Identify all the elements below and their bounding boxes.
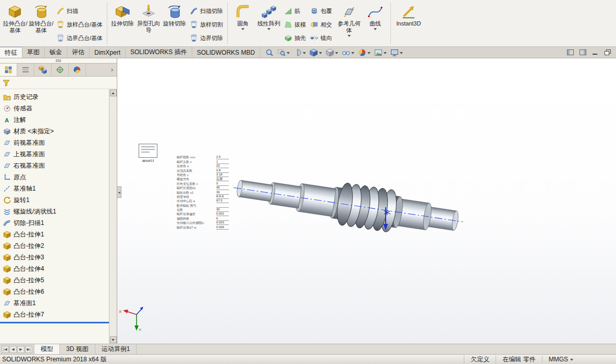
dropdown-caret-icon[interactable] bbox=[303, 52, 306, 54]
dropdown-caret-icon[interactable] bbox=[348, 35, 351, 37]
tree-item-boss-extrude2[interactable]: 凸台-拉伸2 bbox=[0, 240, 109, 252]
tree-item-axis1[interactable]: 基准轴1 bbox=[0, 183, 109, 194]
tree-scrollbar[interactable] bbox=[109, 89, 117, 344]
view-orientation-button[interactable] bbox=[310, 48, 322, 57]
edit-appearance-button[interactable] bbox=[358, 48, 371, 57]
dropdown-caret-icon[interactable] bbox=[367, 52, 371, 54]
tree-item-plane1[interactable]: 基准面1 bbox=[0, 297, 109, 309]
next-tab-button[interactable]: ▶ bbox=[17, 346, 24, 353]
tree-item-boss-extrude3[interactable]: 凸台-拉伸3 bbox=[0, 252, 109, 263]
dropdown-caret-icon[interactable] bbox=[384, 52, 387, 54]
tree-item-annotations[interactable]: 注解 bbox=[0, 114, 109, 125]
scroll-up-button[interactable] bbox=[110, 90, 117, 96]
tree-item-helix1[interactable]: 螺旋线/涡状线1 bbox=[0, 206, 109, 217]
tree-item-top-plane[interactable]: 上视基准面 bbox=[0, 148, 109, 160]
minimize-button[interactable] bbox=[591, 49, 599, 56]
tree-item-boss-extrude6[interactable]: 凸台-拉伸6 bbox=[0, 286, 109, 297]
hole-wizard-button[interactable]: 异型孔向导 bbox=[135, 1, 162, 34]
tab-evaluate[interactable]: 评估 bbox=[67, 47, 90, 58]
tree-item-cut-sweep1[interactable]: 切除-扫描1 bbox=[0, 217, 109, 229]
tab-dimxpert[interactable]: DimXpert bbox=[90, 47, 126, 58]
rib-button[interactable]: 筋 bbox=[282, 4, 308, 18]
wrap-button[interactable]: 包覆 bbox=[308, 4, 334, 18]
zoom-to-area-button[interactable] bbox=[277, 48, 290, 57]
last-tab-button[interactable]: ▶| bbox=[25, 346, 32, 353]
sweep-cut-button[interactable]: 扫描切除 bbox=[188, 4, 225, 18]
mirror-button[interactable]: 镜向 bbox=[308, 31, 334, 45]
3d-views-tab[interactable]: 3D 视图 bbox=[60, 344, 95, 354]
tab-sheet-metal[interactable]: 钣金 bbox=[45, 47, 67, 58]
dropdown-caret-icon[interactable] bbox=[287, 52, 290, 54]
section-view-button[interactable] bbox=[293, 48, 306, 57]
propertymanager-tab[interactable] bbox=[17, 64, 34, 76]
units-selector[interactable]: MMGS bbox=[542, 356, 580, 363]
configurationmanager-tab[interactable] bbox=[34, 64, 52, 76]
tree-item-boss-extrude4[interactable]: 凸台-拉伸4 bbox=[0, 263, 109, 274]
dropdown-caret-icon[interactable] bbox=[241, 28, 244, 30]
curves-button[interactable]: 曲线 bbox=[362, 1, 388, 30]
motion-study-tab[interactable]: 运动算例1 bbox=[95, 344, 137, 354]
loft-boss-button[interactable]: 放样凸台/基体 bbox=[54, 18, 105, 31]
zoom-fit-button[interactable] bbox=[265, 48, 274, 57]
prev-tab-button[interactable]: ◀ bbox=[9, 346, 17, 353]
tree-item-origin[interactable]: 原点 bbox=[0, 171, 109, 183]
tree-filter-bar[interactable] bbox=[0, 77, 117, 89]
display-style-button[interactable] bbox=[326, 48, 338, 57]
tab-sketch[interactable]: 草图 bbox=[22, 47, 45, 58]
dropdown-caret-icon[interactable] bbox=[374, 28, 377, 30]
dropdown-caret-icon[interactable] bbox=[319, 52, 322, 54]
boundary-cut-button[interactable]: 边界切除 bbox=[188, 31, 225, 45]
tab-addins[interactable]: SOLIDWORKS 插件 bbox=[126, 47, 192, 58]
edit-appearance-icon bbox=[358, 48, 366, 57]
sweep-button[interactable]: 扫描 bbox=[54, 4, 105, 18]
revolve-cut-button[interactable]: 旋转切除 bbox=[162, 1, 188, 27]
draft-button[interactable]: 拔模 bbox=[282, 18, 308, 31]
tree-item-sensors[interactable]: 传感器 bbox=[0, 103, 109, 114]
dimxpertmanager-tab[interactable] bbox=[52, 64, 69, 76]
displaymanager-tab[interactable] bbox=[69, 64, 86, 76]
pane-right-button[interactable] bbox=[578, 49, 587, 56]
tree-item-boss-extrude7[interactable]: 凸台-拉伸7 bbox=[0, 309, 109, 320]
boundary-boss-button[interactable]: 边界凸台/基体 bbox=[54, 31, 105, 45]
hide-show-items-button[interactable] bbox=[342, 48, 354, 57]
dropdown-caret-icon[interactable] bbox=[267, 28, 270, 30]
intersect-button[interactable]: 相交 bbox=[308, 18, 334, 31]
tree-item-front-plane[interactable]: 前视基准面 bbox=[0, 137, 109, 148]
panel-grip[interactable] bbox=[0, 58, 117, 63]
restore-button[interactable] bbox=[603, 49, 612, 56]
instant3d-button[interactable]: Instant3D bbox=[393, 1, 424, 27]
tree-item-history[interactable]: 历史记录 bbox=[0, 91, 109, 103]
fillet-button[interactable]: 圆角 bbox=[230, 1, 256, 30]
rollback-bar[interactable] bbox=[0, 322, 109, 323]
tree-item-right-plane[interactable]: 右视基准面 bbox=[0, 160, 109, 171]
view-settings-button[interactable] bbox=[390, 48, 403, 57]
extrude-boss-button[interactable]: 拉伸凸台/基体 bbox=[2, 1, 28, 34]
linear-pattern-button[interactable]: 线性阵列 bbox=[256, 1, 282, 30]
model-tab[interactable]: 模型 bbox=[34, 344, 60, 354]
pane-left-button[interactable] bbox=[566, 49, 574, 56]
tree-item-boss-extrude1[interactable]: 凸台-拉伸1 bbox=[0, 229, 109, 240]
scroll-down-button[interactable] bbox=[110, 336, 117, 343]
tree-item-material[interactable]: 材质 <未指定> bbox=[0, 125, 109, 137]
tab-features[interactable]: 特征 bbox=[0, 47, 22, 58]
wrap-icon bbox=[310, 7, 318, 15]
graphics-viewport[interactable]: X Y anort.t 蜗杆模数 mm2.5 蜗杆头数 z1 齿形角 α20 齿… bbox=[117, 58, 616, 344]
first-tab-button[interactable]: |◀ bbox=[2, 346, 9, 353]
tab-mbd[interactable]: SOLIDWORKS MBD bbox=[192, 47, 260, 58]
dropdown-caret-icon[interactable] bbox=[400, 52, 403, 54]
panel-tab-overflow-button[interactable]: › bbox=[107, 64, 117, 76]
reference-geometry-button[interactable]: 参考几何体 bbox=[336, 1, 362, 37]
extrude-cut-button[interactable]: 拉伸切除 bbox=[109, 1, 135, 27]
revolve-boss-button[interactable]: 旋转凸台/基体 bbox=[28, 1, 54, 34]
dropdown-caret-icon[interactable] bbox=[335, 52, 338, 54]
tree-item-boss-extrude5[interactable]: 凸台-拉伸5 bbox=[0, 274, 109, 286]
shell-button[interactable]: 抽壳 bbox=[282, 31, 308, 45]
embedded-note-object[interactable]: anort.t bbox=[137, 144, 159, 163]
loft-cut-button[interactable]: 放样切割 bbox=[188, 18, 225, 31]
dropdown-caret-icon[interactable] bbox=[351, 52, 354, 54]
featuremanager-tree-tab[interactable] bbox=[0, 64, 17, 76]
apply-scene-button[interactable] bbox=[374, 48, 387, 57]
panel-collapse-button[interactable]: ◂ bbox=[117, 186, 121, 198]
worm-parameter-table[interactable]: 蜗杆模数 mm2.5 蜗杆头数 z1 齿形角 α20 齿顶高系数0.8 导程角 … bbox=[177, 155, 229, 230]
tree-item-revolve1[interactable]: 旋转1 bbox=[0, 194, 109, 206]
